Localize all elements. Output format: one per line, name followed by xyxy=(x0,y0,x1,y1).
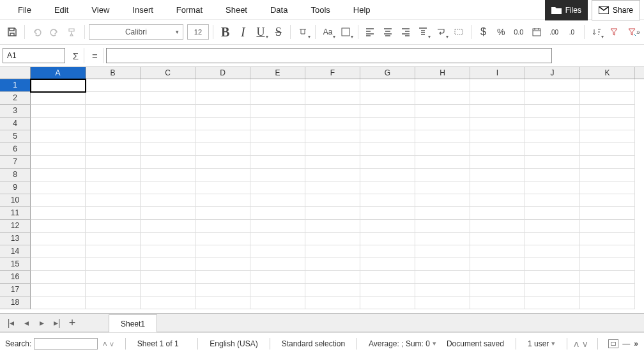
save-button[interactable] xyxy=(4,24,20,40)
cell-C14[interactable] xyxy=(141,245,195,258)
row-header-9[interactable]: 9 xyxy=(0,181,31,194)
cell-D4[interactable] xyxy=(195,118,250,130)
cell-D5[interactable] xyxy=(195,130,250,143)
cell-G11[interactable] xyxy=(360,207,415,220)
cell-C15[interactable] xyxy=(141,258,195,271)
cell-C7[interactable] xyxy=(141,156,195,169)
cell-B5[interactable] xyxy=(86,130,141,143)
bold-button[interactable]: B xyxy=(217,24,234,40)
cell-E11[interactable] xyxy=(250,207,305,220)
cell-E6[interactable] xyxy=(250,143,305,156)
cell-I2[interactable] xyxy=(470,92,525,105)
cell-K16[interactable] xyxy=(580,271,635,284)
cell-H18[interactable] xyxy=(415,296,470,309)
select-all-corner[interactable] xyxy=(0,67,31,79)
dec-inc-button[interactable]: .00 xyxy=(546,24,562,40)
cell-G9[interactable] xyxy=(360,181,415,194)
cell-C16[interactable] xyxy=(141,271,195,284)
cell-B2[interactable] xyxy=(86,92,141,105)
cell-F12[interactable] xyxy=(305,220,360,233)
cell-B8[interactable] xyxy=(86,169,141,181)
cell-F17[interactable] xyxy=(305,284,360,296)
col-header-D[interactable]: D xyxy=(195,67,250,79)
cell-F8[interactable] xyxy=(305,169,360,181)
cell-B10[interactable] xyxy=(86,194,141,207)
cell-B9[interactable] xyxy=(86,181,141,194)
cell-I9[interactable] xyxy=(470,181,525,194)
cell-F16[interactable] xyxy=(305,271,360,284)
cell-J9[interactable] xyxy=(525,181,580,194)
cell-C11[interactable] xyxy=(141,207,195,220)
sheet-tab-1[interactable]: Sheet1 xyxy=(109,314,157,332)
cell-A11[interactable] xyxy=(31,207,86,220)
cell-H6[interactable] xyxy=(415,143,470,156)
cell-J3[interactable] xyxy=(525,105,580,118)
cell-F5[interactable] xyxy=(305,130,360,143)
cell-F10[interactable] xyxy=(305,194,360,207)
redo-button[interactable] xyxy=(46,24,63,40)
cell-H10[interactable] xyxy=(415,194,470,207)
wrap-button[interactable] xyxy=(433,24,449,40)
cell-C9[interactable] xyxy=(141,181,195,194)
cell-H3[interactable] xyxy=(415,105,470,118)
zoom-up-icon[interactable]: ʌ xyxy=(574,339,579,349)
cell-D7[interactable] xyxy=(195,156,250,169)
cell-A4[interactable] xyxy=(31,118,86,130)
cell-H16[interactable] xyxy=(415,271,470,284)
cell-G7[interactable] xyxy=(360,156,415,169)
sheet-nav-first[interactable]: |◂ xyxy=(4,316,18,330)
cell-K8[interactable] xyxy=(580,169,635,181)
row-header-6[interactable]: 6 xyxy=(0,143,31,156)
cell-A12[interactable] xyxy=(31,220,86,233)
row-header-12[interactable]: 12 xyxy=(0,220,31,233)
cell-B15[interactable] xyxy=(86,258,141,271)
cell-B1[interactable] xyxy=(86,79,141,92)
col-header-K[interactable]: K xyxy=(580,67,635,79)
cell-H14[interactable] xyxy=(415,245,470,258)
cell-G14[interactable] xyxy=(360,245,415,258)
cell-A5[interactable] xyxy=(31,130,86,143)
align-center-button[interactable] xyxy=(379,24,396,40)
cell-K18[interactable] xyxy=(580,296,635,309)
cell-J2[interactable] xyxy=(525,92,580,105)
cell-C10[interactable] xyxy=(141,194,195,207)
cell-C4[interactable] xyxy=(141,118,195,130)
number-format-button[interactable]: 0.0 xyxy=(510,24,527,40)
italic-button[interactable]: I xyxy=(234,24,251,40)
merge-button[interactable] xyxy=(450,24,467,40)
cell-D2[interactable] xyxy=(195,92,250,105)
cell-I15[interactable] xyxy=(470,258,525,271)
cell-D14[interactable] xyxy=(195,245,250,258)
cell-H15[interactable] xyxy=(415,258,470,271)
menu-edit[interactable]: Edit xyxy=(43,1,80,19)
clear-format-button[interactable] xyxy=(295,24,311,40)
col-header-C[interactable]: C xyxy=(141,67,195,79)
cell-B7[interactable] xyxy=(86,156,141,169)
date-button[interactable] xyxy=(528,24,545,40)
cell-D6[interactable] xyxy=(195,143,250,156)
cell-E13[interactable] xyxy=(250,233,305,245)
cell-E9[interactable] xyxy=(250,181,305,194)
undo-button[interactable] xyxy=(29,24,45,40)
cell-D9[interactable] xyxy=(195,181,250,194)
strike-button[interactable]: S xyxy=(270,24,287,40)
menu-sheet[interactable]: Sheet xyxy=(214,1,259,19)
cell-G12[interactable] xyxy=(360,220,415,233)
cell-J10[interactable] xyxy=(525,194,580,207)
cell-K4[interactable] xyxy=(580,118,635,130)
cell-F14[interactable] xyxy=(305,245,360,258)
cell-A14[interactable] xyxy=(31,245,86,258)
cell-K12[interactable] xyxy=(580,220,635,233)
files-button[interactable]: Files xyxy=(545,0,588,20)
filter-button[interactable] xyxy=(606,24,622,40)
cell-E14[interactable] xyxy=(250,245,305,258)
cell-B3[interactable] xyxy=(86,105,141,118)
row-header-10[interactable]: 10 xyxy=(0,194,31,207)
cell-A3[interactable] xyxy=(31,105,86,118)
cell-E7[interactable] xyxy=(250,156,305,169)
cell-G15[interactable] xyxy=(360,258,415,271)
cell-J15[interactable] xyxy=(525,258,580,271)
cell-A15[interactable] xyxy=(31,258,86,271)
cell-B18[interactable] xyxy=(86,296,141,309)
cell-F18[interactable] xyxy=(305,296,360,309)
